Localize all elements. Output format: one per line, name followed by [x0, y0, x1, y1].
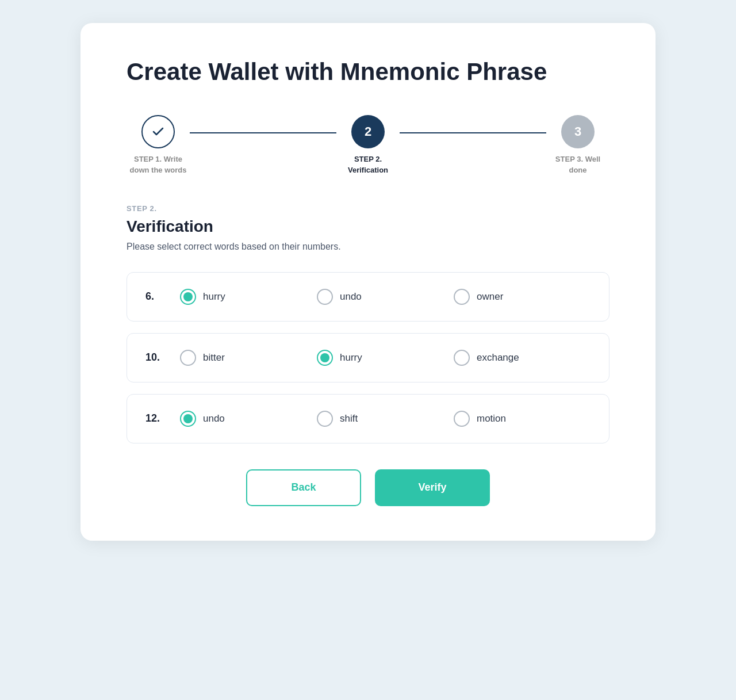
question-2-option-1[interactable]: bitter: [180, 350, 317, 366]
step-3: 3 STEP 3. Well done: [546, 115, 610, 175]
section-description: Please select correct words based on the…: [126, 242, 610, 252]
question-2-number: 10.: [145, 351, 180, 364]
radio-q1-o2[interactable]: [317, 289, 333, 305]
question-2-option-3[interactable]: exchange: [454, 350, 591, 366]
option-label-q3-o1: undo: [203, 413, 225, 424]
question-2-options: bitter hurry exchange: [180, 350, 591, 366]
radio-q1-o1[interactable]: [180, 289, 196, 305]
radio-inner-q3-o1: [183, 414, 193, 423]
question-3-option-3[interactable]: motion: [454, 411, 591, 427]
step-2: 2 STEP 2. Verification: [336, 115, 400, 175]
step-2-label: STEP 2. Verification: [336, 154, 400, 175]
radio-inner-q2-o2: [320, 353, 329, 362]
question-3-number: 12.: [145, 412, 180, 424]
question-1-option-1[interactable]: hurry: [180, 289, 317, 305]
question-2-option-2[interactable]: hurry: [317, 350, 454, 366]
step-1: STEP 1. Write down the words: [126, 115, 190, 175]
question-1-options: hurry undo owner: [180, 289, 591, 305]
radio-q3-o2[interactable]: [317, 411, 333, 427]
step-2-number: 2: [365, 124, 371, 139]
step-3-label: STEP 3. Well done: [546, 154, 610, 175]
button-row: Back Verify: [126, 469, 610, 506]
option-label-q3-o2: shift: [340, 413, 358, 424]
step-3-circle: 3: [561, 115, 595, 148]
section-step-label: STEP 2.: [126, 204, 610, 213]
question-2-card: 10. bitter hurry exchange: [126, 333, 610, 382]
question-3-option-1[interactable]: undo: [180, 411, 317, 427]
step-1-circle: [141, 115, 175, 148]
option-label-q3-o3: motion: [477, 413, 506, 424]
question-3-options: undo shift motion: [180, 411, 591, 427]
option-label-q1-o2: undo: [340, 291, 362, 303]
step-3-number: 3: [574, 124, 581, 139]
question-3-card: 12. undo shift motion: [126, 394, 610, 443]
connector-2: [400, 132, 546, 133]
main-card: Create Wallet with Mnemonic Phrase STEP …: [80, 23, 656, 541]
stepper: STEP 1. Write down the words 2 STEP 2. V…: [126, 115, 610, 175]
option-label-q1-o1: hurry: [203, 291, 225, 303]
option-label-q2-o3: exchange: [477, 352, 519, 364]
option-label-q1-o3: owner: [477, 291, 503, 303]
step-1-label: STEP 1. Write down the words: [126, 154, 190, 175]
question-1-option-2[interactable]: undo: [317, 289, 454, 305]
question-1-number: 6.: [145, 290, 180, 303]
radio-q1-o3[interactable]: [454, 289, 470, 305]
option-label-q2-o2: hurry: [340, 352, 362, 364]
question-1-option-3[interactable]: owner: [454, 289, 591, 305]
step-2-circle: 2: [351, 115, 385, 148]
connector-1: [190, 132, 336, 133]
verify-button[interactable]: Verify: [375, 469, 490, 506]
question-1-card: 6. hurry undo owner: [126, 272, 610, 322]
radio-q2-o3[interactable]: [454, 350, 470, 366]
page-title: Create Wallet with Mnemonic Phrase: [126, 58, 610, 86]
radio-q2-o1[interactable]: [180, 350, 196, 366]
question-3-option-2[interactable]: shift: [317, 411, 454, 427]
section-header: STEP 2. Verification Please select corre…: [126, 204, 610, 252]
radio-q2-o2[interactable]: [317, 350, 333, 366]
back-button[interactable]: Back: [246, 469, 361, 506]
radio-inner-q1-o1: [183, 292, 193, 301]
section-title: Verification: [126, 217, 610, 236]
radio-q3-o1[interactable]: [180, 411, 196, 427]
radio-q3-o3[interactable]: [454, 411, 470, 427]
option-label-q2-o1: bitter: [203, 352, 225, 364]
